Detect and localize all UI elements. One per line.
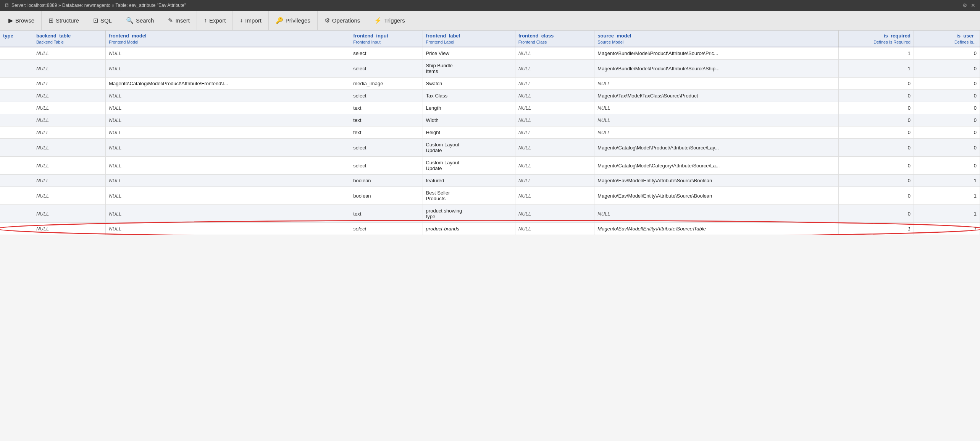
- col-subtitle-frontend_label: Frontend Label: [423, 39, 515, 47]
- cell-is_user_: 0: [914, 90, 980, 102]
- col-header-backend_table[interactable]: backend_table: [33, 31, 105, 39]
- col-subtitle-is_required: Defines Is Required: [839, 39, 914, 47]
- cell-frontend_input: select: [350, 60, 423, 78]
- cell-frontend_class: NULL: [515, 90, 594, 102]
- cell-source_model: Magento\Eav\Model\Entity\Attribute\Sourc…: [594, 175, 839, 187]
- cell-frontend_input: text: [350, 102, 423, 114]
- cell-frontend_model: NULL: [106, 205, 350, 223]
- cell-type: [0, 157, 33, 175]
- col-header-frontend_model[interactable]: frontend_model: [106, 31, 350, 39]
- cell-source_model: NULL: [594, 114, 839, 126]
- cell-frontend_class: NULL: [515, 78, 594, 90]
- table-row: NULLNULLbooleanBest SellerProductsNULLMa…: [0, 187, 980, 205]
- cell-is_user_: 0: [914, 102, 980, 114]
- cell-frontend_label: Tax Class: [423, 90, 515, 102]
- cell-backend_table: NULL: [33, 187, 105, 205]
- table-row: NULLMagento\Catalog\Model\Product\Attrib…: [0, 78, 980, 90]
- cell-frontend_label: Width: [423, 114, 515, 126]
- tab-triggers[interactable]: ⚡Triggers: [367, 11, 412, 30]
- cell-frontend_label: Best SellerProducts: [423, 187, 515, 205]
- cell-frontend_label: product-brands: [423, 223, 515, 235]
- cell-type: [0, 90, 33, 102]
- title-text: Server: localhost:8889 » Database: newma…: [11, 3, 186, 8]
- close-icon[interactable]: ✕: [970, 2, 976, 8]
- table-row: NULLNULLtextWidthNULLNULL00: [0, 114, 980, 126]
- cell-is_user_: 0: [914, 47, 980, 60]
- cell-source_model: Magento\Catalog\Model\Product\Attribute\…: [594, 139, 839, 157]
- col-header-is_required[interactable]: is_required: [839, 31, 914, 39]
- tab-insert[interactable]: ✎Insert: [161, 11, 197, 30]
- cell-is_user_: 0: [914, 60, 980, 78]
- tab-search[interactable]: 🔍Search: [119, 11, 161, 30]
- col-subtitle-source_model: Source Model: [594, 39, 839, 47]
- table-row: NULLNULLselectCustom LayoutUpdateNULLMag…: [0, 139, 980, 157]
- cell-source_model: Magento\Bundle\Model\Product\Attribute\S…: [594, 60, 839, 78]
- import-icon: ↓: [240, 17, 243, 24]
- tab-sql[interactable]: ⊡SQL: [86, 11, 119, 30]
- col-header-type[interactable]: type: [0, 31, 33, 39]
- col-header-frontend_input[interactable]: frontend_input: [350, 31, 423, 39]
- cell-is_required: 0: [839, 139, 914, 157]
- cell-frontend_label: Ship BundleItems: [423, 60, 515, 78]
- col-subtitle-backend_table: Backend Table: [33, 39, 105, 47]
- col-header-frontend_class[interactable]: frontend_class: [515, 31, 594, 39]
- col-header-frontend_label[interactable]: frontend_label: [423, 31, 515, 39]
- cell-frontend_label: Length: [423, 102, 515, 114]
- cell-frontend_input: boolean: [350, 175, 423, 187]
- settings-icon[interactable]: ⚙: [962, 2, 968, 8]
- cell-is_required: 1: [839, 60, 914, 78]
- tab-operations[interactable]: ⚙Operations: [318, 11, 367, 30]
- cell-source_model: NULL: [594, 205, 839, 223]
- cell-is_user_: 0: [914, 157, 980, 175]
- cell-frontend_label: product showingtype: [423, 205, 515, 223]
- cell-frontend_model: NULL: [106, 157, 350, 175]
- data-table: typebackend_tablefrontend_modelfrontend_…: [0, 31, 980, 235]
- cell-frontend_input: boolean: [350, 187, 423, 205]
- tab-import[interactable]: ↓Import: [233, 11, 269, 30]
- cell-frontend_class: NULL: [515, 157, 594, 175]
- cell-frontend_input: media_image: [350, 78, 423, 90]
- cell-frontend_model: NULL: [106, 60, 350, 78]
- col-subtitle-frontend_input: Frontend Input: [350, 39, 423, 47]
- cell-type: [0, 78, 33, 90]
- cell-is_required: 0: [839, 90, 914, 102]
- tab-browse[interactable]: ▶Browse: [2, 11, 42, 30]
- cell-is_required: 1: [839, 47, 914, 60]
- cell-backend_table: NULL: [33, 102, 105, 114]
- table-row: NULLNULLselectShip BundleItemsNULLMagent…: [0, 60, 980, 78]
- cell-frontend_model: NULL: [106, 139, 350, 157]
- cell-backend_table: NULL: [33, 139, 105, 157]
- tab-label-privileges: Privileges: [286, 17, 310, 24]
- cell-frontend_class: NULL: [515, 187, 594, 205]
- col-header-is_user_[interactable]: is_user_: [914, 31, 980, 39]
- tab-structure[interactable]: ⊞Structure: [42, 11, 86, 30]
- cell-frontend_class: NULL: [515, 102, 594, 114]
- tab-label-triggers: Triggers: [384, 17, 405, 24]
- sql-icon: ⊡: [93, 17, 98, 24]
- structure-icon: ⊞: [48, 17, 53, 24]
- server-icon: 🖥: [4, 2, 10, 8]
- cell-type: [0, 223, 33, 235]
- triggers-icon: ⚡: [374, 17, 382, 24]
- cell-frontend_label: Height: [423, 126, 515, 139]
- col-subtitle-is_user_: Defines Is...: [914, 39, 980, 47]
- table-row: NULLNULLtextHeightNULLNULL00: [0, 126, 980, 139]
- cell-frontend_model: NULL: [106, 223, 350, 235]
- cell-is_required: 0: [839, 126, 914, 139]
- cell-is_required: 0: [839, 78, 914, 90]
- cell-type: [0, 175, 33, 187]
- tab-label-search: Search: [136, 17, 154, 24]
- cell-is_required: 0: [839, 157, 914, 175]
- col-header-source_model[interactable]: source_model: [594, 31, 839, 39]
- cell-type: [0, 47, 33, 60]
- cell-frontend_model: NULL: [106, 187, 350, 205]
- cell-frontend_class: NULL: [515, 126, 594, 139]
- table-row: NULLNULLselectTax ClassNULLMagento\Tax\M…: [0, 90, 980, 102]
- cell-frontend_model: NULL: [106, 114, 350, 126]
- cell-type: [0, 205, 33, 223]
- tab-export[interactable]: ↑Export: [197, 11, 233, 30]
- cell-is_user_: 0: [914, 78, 980, 90]
- cell-frontend_class: NULL: [515, 114, 594, 126]
- tab-privileges[interactable]: 🔑Privileges: [269, 11, 318, 30]
- cell-backend_table: NULL: [33, 157, 105, 175]
